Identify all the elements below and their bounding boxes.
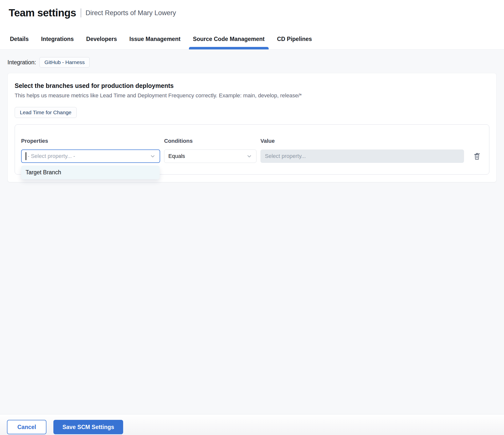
save-scm-settings-button[interactable]: Save SCM Settings <box>53 420 123 434</box>
content-area: Integration: GitHub - Harness Select the… <box>0 57 504 414</box>
value-column: Value Select property... <box>260 138 464 163</box>
delete-rule-button[interactable] <box>472 151 482 161</box>
footer-action-bar: Cancel Save SCM Settings <box>0 414 504 435</box>
tab-label: Source Code Management <box>193 36 265 42</box>
condition-select[interactable]: Equals <box>164 149 256 163</box>
tab-developers[interactable]: Developers <box>86 31 117 49</box>
tab-label: Details <box>10 36 29 42</box>
active-tab-underline <box>189 47 269 49</box>
value-label: Value <box>260 138 464 145</box>
tab-label: Developers <box>86 36 117 42</box>
row-actions-column: . <box>472 138 483 163</box>
tab-cd-pipelines[interactable]: CD Pipelines <box>277 31 312 49</box>
tab-label: CD Pipelines <box>277 36 312 42</box>
tab-integrations[interactable]: Integrations <box>41 31 74 49</box>
tab-bar: Details Integrations Developers Issue Ma… <box>0 31 504 50</box>
filter-box: Properties - Select property... - Condit… <box>15 124 489 175</box>
page-header: Team settings Direct Reports of Mary Low… <box>0 0 504 31</box>
integration-row: Integration: GitHub - Harness <box>7 57 497 68</box>
page-title: Team settings <box>9 7 76 19</box>
cancel-button[interactable]: Cancel <box>7 420 46 434</box>
trash-icon <box>472 151 481 161</box>
tab-issue-management[interactable]: Issue Management <box>129 31 180 49</box>
dropdown-option-target-branch[interactable]: Target Branch <box>21 169 160 176</box>
card-description: This helps us measure metrics like Lead … <box>15 92 489 99</box>
integration-chip[interactable]: GitHub - Harness <box>39 57 90 68</box>
metric-chip-lead-time[interactable]: Lead Time for Change <box>15 107 77 118</box>
property-select-placeholder: - Select property... - <box>28 153 75 159</box>
title-divider <box>81 8 81 17</box>
tab-label: Issue Management <box>129 36 180 42</box>
title-row: Team settings Direct Reports of Mary Low… <box>9 7 504 19</box>
card-heading: Select the branches used for production … <box>15 82 489 90</box>
value-input-disabled[interactable]: Select property... <box>260 149 464 163</box>
value-input-placeholder: Select property... <box>265 153 306 159</box>
branch-settings-card: Select the branches used for production … <box>7 73 497 182</box>
tab-details[interactable]: Details <box>10 31 29 49</box>
filter-row: Properties - Select property... - Condit… <box>21 138 483 163</box>
properties-column: Properties - Select property... - <box>21 138 160 163</box>
tab-label: Integrations <box>41 36 74 42</box>
integration-label: Integration: <box>7 59 36 66</box>
condition-select-value: Equals <box>168 153 185 159</box>
chevron-down-icon <box>150 153 156 159</box>
property-dropdown-panel: Target Branch <box>21 166 160 179</box>
conditions-column: Conditions Equals <box>164 138 256 163</box>
conditions-label: Conditions <box>164 138 256 145</box>
page-subtitle: Direct Reports of Mary Lowery <box>86 9 176 17</box>
properties-label: Properties <box>21 138 160 145</box>
property-select[interactable]: - Select property... - <box>21 149 160 163</box>
text-cursor-caret <box>26 152 26 160</box>
tab-source-code-management[interactable]: Source Code Management <box>193 31 265 49</box>
chevron-down-icon <box>246 153 252 159</box>
